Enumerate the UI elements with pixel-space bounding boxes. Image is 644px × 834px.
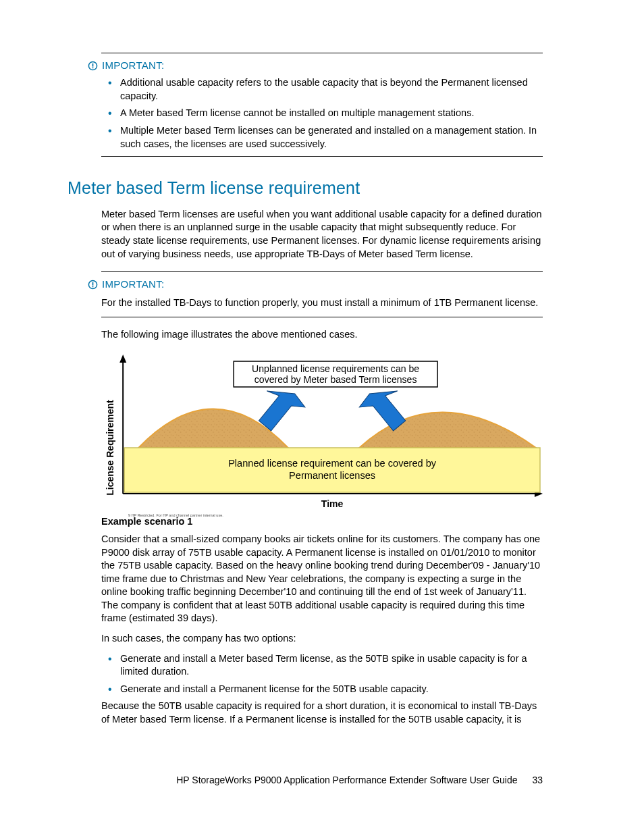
planned-caption-l2: Permanent licenses bbox=[289, 470, 375, 481]
unplanned-caption-l2: covered by Meter based Term licenses bbox=[254, 374, 417, 385]
divider bbox=[101, 317, 543, 317]
example-p2: In such cases, the company has two optio… bbox=[101, 632, 543, 646]
svg-rect-2 bbox=[92, 67, 94, 68]
important-block-1: IMPORTANT: Additional usable capacity re… bbox=[101, 59, 543, 151]
arrow-right-icon bbox=[359, 391, 405, 431]
important-label-text: IMPORTANT: bbox=[102, 59, 164, 72]
divider bbox=[101, 271, 543, 272]
list-item-text: Multiple Meter based Term licenses can b… bbox=[120, 125, 537, 149]
page-footer: HP StorageWorks P9000 Application Perfor… bbox=[176, 774, 543, 787]
section-heading: Meter based Term license requirement bbox=[68, 177, 543, 200]
unplanned-caption-l1: Unplanned license requirements can be bbox=[252, 363, 419, 374]
alert-icon bbox=[88, 61, 98, 71]
figure-lead: The following image illustrates the abov… bbox=[101, 328, 543, 342]
x-axis-label: Time bbox=[321, 498, 344, 509]
license-requirement-figure: License Requirement Time Planned license… bbox=[101, 353, 543, 510]
footer-title: HP StorageWorks P9000 Application Perfor… bbox=[176, 775, 517, 785]
list-item-text: A Meter based Term license cannot be ins… bbox=[120, 107, 474, 118]
important-bullet-list: Additional usable capacity refers to the… bbox=[120, 76, 543, 151]
svg-rect-5 bbox=[92, 286, 94, 287]
list-item: Additional usable capacity refers to the… bbox=[120, 76, 543, 103]
figure-footnote: 9 HP Restricted. For HP and channel part… bbox=[128, 513, 223, 518]
planned-caption-l1: Planned license requirement can be cover… bbox=[228, 458, 437, 469]
divider bbox=[101, 156, 543, 157]
example-p3: Because the 50TB usable capacity is requ… bbox=[101, 700, 543, 726]
important-label-text: IMPORTANT: bbox=[102, 278, 164, 291]
important-label: IMPORTANT: bbox=[88, 59, 543, 72]
list-item: Multiple Meter based Term licenses can b… bbox=[120, 124, 543, 151]
arrow-left-icon bbox=[259, 391, 304, 431]
alert-icon bbox=[88, 280, 98, 290]
list-item-text: Generate and install a Permanent license… bbox=[120, 683, 429, 694]
list-item: Generate and install a Permanent license… bbox=[120, 683, 543, 696]
y-axis-label: License Requirement bbox=[105, 400, 115, 496]
important-text: For the installed TB-Days to function pr… bbox=[101, 296, 543, 310]
example-p1: Consider that a small-sized company book… bbox=[101, 533, 543, 625]
important-block-2: IMPORTANT: For the installed TB-Days to … bbox=[101, 278, 543, 310]
svg-marker-17 bbox=[359, 391, 405, 431]
list-item-text: Generate and install a Meter based Term … bbox=[120, 653, 527, 677]
list-item: A Meter based Term license cannot be ins… bbox=[120, 107, 543, 120]
svg-rect-4 bbox=[92, 282, 94, 286]
example-bullet-list: Generate and install a Meter based Term … bbox=[120, 652, 543, 696]
divider bbox=[101, 53, 543, 53]
page-number: 33 bbox=[532, 775, 543, 785]
list-item-text: Additional usable capacity refers to the… bbox=[120, 77, 528, 101]
svg-rect-1 bbox=[92, 63, 94, 67]
svg-marker-11 bbox=[119, 355, 126, 363]
svg-marker-16 bbox=[259, 391, 304, 431]
important-label: IMPORTANT: bbox=[88, 278, 543, 291]
intro-paragraph: Meter based Term licenses are useful whe… bbox=[101, 208, 543, 261]
list-item: Generate and install a Meter based Term … bbox=[120, 652, 543, 679]
